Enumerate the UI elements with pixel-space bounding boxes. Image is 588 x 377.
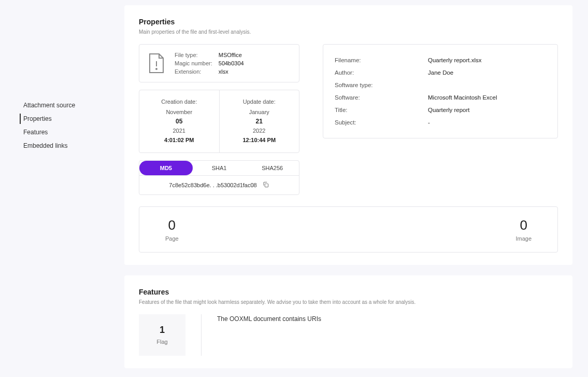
main-content: Properties Main properties of the file a… — [114, 0, 588, 377]
title-label: Title: — [335, 107, 428, 113]
features-card: Features Features of the file that might… — [124, 275, 572, 368]
sidebar-item-embedded-links[interactable]: Embedded links — [0, 139, 114, 152]
filetype-box: File type: MSOffice Magic number: 504b03… — [139, 44, 299, 82]
file-type-label: File type: — [175, 52, 212, 58]
stat-image: 0 Image — [515, 217, 532, 242]
update-label: Update date: — [225, 97, 294, 107]
stat-page-number: 0 — [165, 217, 179, 233]
sidebar: Attachment source Properties Features Em… — [0, 0, 114, 377]
software-label: Software: — [335, 94, 428, 101]
properties-card: Properties Main properties of the file a… — [124, 5, 572, 265]
stat-page-label: Page — [165, 235, 179, 242]
filename-value: Quarterly report.xlsx — [428, 57, 482, 63]
creation-day: 05 — [145, 117, 214, 127]
metadata-box: Filename:Quarterly report.xlsx Author:Ja… — [323, 44, 558, 138]
flag-box: 1 Flag — [139, 314, 185, 356]
software-value: Microsoft Macintosh Excel — [428, 94, 497, 101]
stat-image-label: Image — [515, 235, 532, 242]
magic-value: 504b0304 — [219, 60, 244, 66]
magic-label: Magic number: — [175, 60, 212, 66]
creation-month: November — [145, 108, 214, 117]
hash-box: MD5 SHA1 SHA256 7c8e52c83bd6e. . .b53002… — [139, 160, 299, 195]
subject-label: Subject: — [335, 119, 428, 125]
creation-year: 2021 — [145, 127, 214, 136]
sidebar-item-attachment-source[interactable]: Attachment source — [0, 99, 114, 112]
copy-icon[interactable] — [262, 181, 269, 189]
ext-label: Extension: — [175, 68, 212, 75]
properties-title: Properties — [139, 18, 558, 26]
sidebar-item-features[interactable]: Features — [0, 125, 114, 139]
update-time: 12:10:44 PM — [225, 136, 294, 145]
features-subtitle: Features of the file that might look har… — [139, 299, 558, 305]
update-date: Update date: January 21 2022 12:10:44 PM — [219, 90, 299, 152]
properties-subtitle: Main properties of the file and first-le… — [139, 29, 558, 35]
file-alert-icon — [148, 53, 165, 74]
update-year: 2022 — [225, 127, 294, 136]
hash-tab-sha1[interactable]: SHA1 — [193, 161, 246, 175]
hash-tab-sha256[interactable]: SHA256 — [246, 161, 299, 175]
creation-time: 4:01:02 PM — [145, 136, 214, 145]
dates-box: Creation date: November 05 2021 4:01:02 … — [139, 90, 299, 153]
author-value: Jane Doe — [428, 69, 453, 76]
title-value: Quarterly report — [428, 107, 470, 113]
author-label: Author: — [335, 69, 428, 76]
sidebar-item-properties[interactable]: Properties — [0, 112, 114, 125]
flag-label: Flag — [156, 339, 167, 345]
file-type-value: MSOffice — [219, 52, 244, 58]
features-title: Features — [139, 288, 558, 296]
ext-value: xlsx — [219, 68, 244, 75]
divider — [201, 314, 202, 356]
update-day: 21 — [225, 117, 294, 127]
hash-value: 7c8e52c83bd6e. . .b53002d1fac08 — [169, 182, 256, 188]
stat-page: 0 Page — [165, 217, 179, 242]
creation-label: Creation date: — [145, 97, 214, 107]
subject-value: - — [428, 119, 430, 125]
hash-tab-md5[interactable]: MD5 — [139, 161, 193, 175]
filename-label: Filename: — [335, 57, 428, 63]
update-month: January — [225, 108, 294, 117]
swtype-label: Software type: — [335, 82, 428, 88]
svg-point-1 — [156, 68, 157, 69]
stats-box: 0 Page 0 Image — [139, 206, 558, 253]
feature-item: The OOXML document contains URIs — [217, 314, 321, 356]
svg-rect-2 — [265, 184, 268, 187]
creation-date: Creation date: November 05 2021 4:01:02 … — [139, 90, 219, 152]
stat-image-number: 0 — [515, 217, 532, 233]
flag-count: 1 — [160, 325, 165, 336]
